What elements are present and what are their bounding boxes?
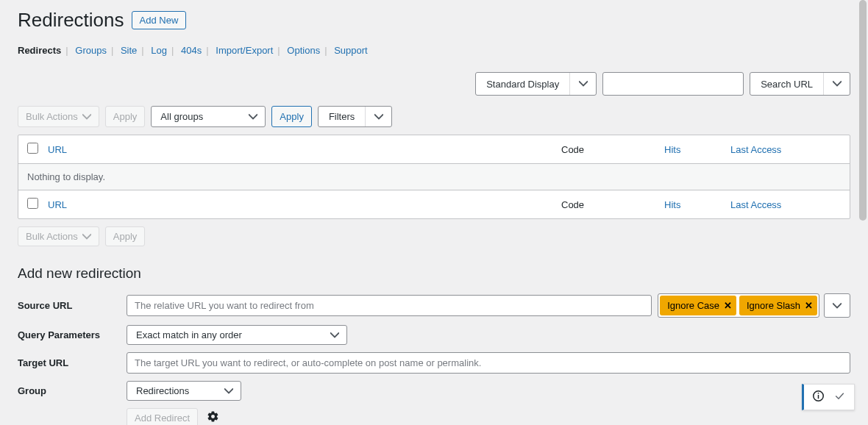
table-header: URL Code Hits Last Access xyxy=(18,135,850,164)
check-icon xyxy=(834,390,845,404)
query-params-value: Exact match in any order xyxy=(136,329,242,340)
scrollbar-thumb[interactable] xyxy=(859,0,867,221)
group-filter-label: All groups xyxy=(160,111,203,122)
chevron-down-icon xyxy=(833,301,842,310)
url-option-tags: Ignore Case ✕ Ignore Slash ✕ xyxy=(658,293,819,318)
table-body: Nothing to display. xyxy=(18,164,850,190)
display-mode-label: Standard Display xyxy=(476,74,569,94)
scrollbar[interactable] xyxy=(858,0,868,425)
filters-label: Filters xyxy=(319,107,365,126)
svg-rect-2 xyxy=(818,393,819,394)
search-url-select[interactable]: Search URL xyxy=(750,72,850,96)
add-new-button[interactable]: Add New xyxy=(132,11,187,29)
ignore-case-label: Ignore Case xyxy=(667,300,719,311)
bulk-actions-select-top[interactable]: Bulk Actions xyxy=(18,106,99,127)
ignore-case-tag[interactable]: Ignore Case ✕ xyxy=(660,296,736,315)
chevron-down-icon xyxy=(249,113,257,121)
group-value: Redirections xyxy=(136,385,189,396)
url-options-dropdown[interactable] xyxy=(824,293,850,318)
group-select[interactable]: Redirections xyxy=(127,381,241,401)
target-url-label: Target URL xyxy=(18,357,127,368)
empty-message: Nothing to display. xyxy=(27,171,105,182)
tab-groups[interactable]: Groups xyxy=(75,45,107,56)
status-notification[interactable] xyxy=(802,384,855,410)
tab-site[interactable]: Site xyxy=(121,45,137,56)
bulk-actions-label: Bulk Actions xyxy=(26,231,78,242)
col-code-header: Code xyxy=(561,144,664,155)
select-all-checkbox-top[interactable] xyxy=(27,143,38,154)
select-all-checkbox-bottom[interactable] xyxy=(27,198,38,209)
group-label: Group xyxy=(18,385,127,396)
svg-rect-1 xyxy=(818,395,819,399)
chevron-down-icon xyxy=(330,331,339,340)
tab-support[interactable]: Support xyxy=(334,45,368,56)
apply-filter-button[interactable]: Apply xyxy=(271,106,312,127)
nav-tabs: Redirects| Groups| Site| Log| 404s| Impo… xyxy=(18,45,850,56)
col-url-header[interactable]: URL xyxy=(48,144,561,155)
ignore-slash-tag[interactable]: Ignore Slash ✕ xyxy=(739,296,817,315)
page-title: Redirections xyxy=(18,9,124,32)
form-heading: Add new redirection xyxy=(18,265,850,282)
col-url-footer[interactable]: URL xyxy=(48,199,561,210)
close-icon[interactable]: ✕ xyxy=(724,300,732,311)
query-params-select[interactable]: Exact match in any order xyxy=(127,325,347,345)
apply-button-bottom[interactable]: Apply xyxy=(105,226,146,246)
display-mode-select[interactable]: Standard Display xyxy=(475,72,597,96)
chevron-down-icon xyxy=(569,73,596,95)
col-hits-footer[interactable]: Hits xyxy=(664,199,730,210)
apply-button-top[interactable]: Apply xyxy=(105,106,146,127)
chevron-down-icon xyxy=(823,73,850,95)
filters-select[interactable]: Filters xyxy=(318,106,392,127)
col-last-header[interactable]: Last Access xyxy=(730,144,841,155)
source-url-label: Source URL xyxy=(18,300,127,311)
tab-log[interactable]: Log xyxy=(151,45,167,56)
target-url-input[interactable] xyxy=(127,352,850,374)
chevron-down-icon xyxy=(82,232,91,241)
search-input[interactable] xyxy=(602,72,744,96)
close-icon[interactable]: ✕ xyxy=(805,300,813,311)
tab-options[interactable]: Options xyxy=(287,45,320,56)
tab-import-export[interactable]: Import/Export xyxy=(216,45,273,56)
col-last-footer[interactable]: Last Access xyxy=(730,199,841,210)
query-params-label: Query Parameters xyxy=(18,329,127,340)
tab-redirects[interactable]: Redirects xyxy=(18,45,61,56)
tab-404s[interactable]: 404s xyxy=(181,45,202,56)
table-footer: URL Code Hits Last Access xyxy=(18,190,850,218)
gear-icon[interactable] xyxy=(207,410,219,425)
chevron-down-icon xyxy=(365,107,391,126)
redirects-table: URL Code Hits Last Access Nothing to dis… xyxy=(18,135,850,219)
source-url-input[interactable] xyxy=(127,295,652,316)
bulk-actions-select-bottom[interactable]: Bulk Actions xyxy=(18,226,99,246)
chevron-down-icon xyxy=(82,113,91,121)
search-url-label: Search URL xyxy=(750,74,823,94)
add-redirect-button[interactable]: Add Redirect xyxy=(127,408,198,425)
group-filter-select[interactable]: All groups xyxy=(151,106,266,127)
col-code-footer: Code xyxy=(561,199,664,210)
info-icon xyxy=(813,390,824,404)
bulk-actions-label: Bulk Actions xyxy=(26,111,78,122)
col-hits-header[interactable]: Hits xyxy=(664,144,730,155)
ignore-slash-label: Ignore Slash xyxy=(747,300,800,311)
chevron-down-icon xyxy=(224,387,233,396)
